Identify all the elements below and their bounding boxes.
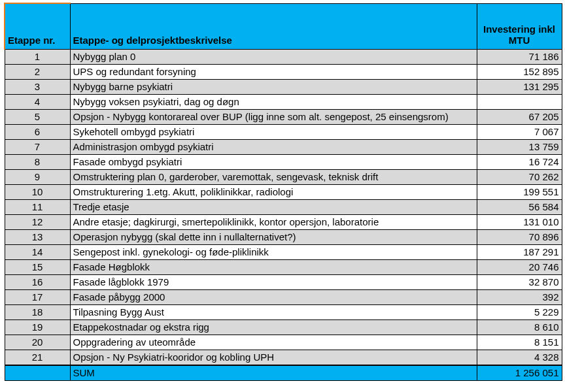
cell-etappe-nr: 15	[5, 259, 70, 274]
table-body: 1Nybygg plan 071 1862UPS og redundant fo…	[5, 49, 562, 380]
sum-label: SUM	[70, 365, 477, 381]
table-row: 12Andre etasje; dagkirurgi, smertepolikl…	[5, 214, 562, 229]
table-row: 14Sengepost inkl. gynekologi- og føde-pl…	[5, 244, 562, 259]
cell-beskrivelse: Tilpasning Bygg Aust	[70, 304, 477, 319]
header-beskrivelse: Etappe- og delprosjektbeskrivelse	[70, 3, 477, 49]
cell-investering: 67 205	[477, 109, 562, 124]
cell-investering: 7 067	[477, 124, 562, 139]
table-row: 1Nybygg plan 071 186	[5, 49, 562, 64]
cell-etappe-nr: 14	[5, 244, 70, 259]
cell-investering: 56 584	[477, 199, 562, 214]
table-row: 10Omstrukturering 1.etg. Akutt, poliklin…	[5, 184, 562, 199]
cell-etappe-nr: 10	[5, 184, 70, 199]
cell-investering: 131 295	[477, 79, 562, 94]
cell-etappe-nr: 9	[5, 169, 70, 184]
table-row: 19Etappekostnadar og ekstra rigg8 610	[5, 319, 562, 335]
table-row: 20Oppgradering av uteområde8 151	[5, 335, 562, 350]
table-row: 8Fasade ombygd psykiatri16 724	[5, 154, 562, 169]
cell-beskrivelse: Sykehotell ombygd psykiatri	[70, 124, 477, 139]
cell-investering: 199 551	[477, 184, 562, 199]
cell-beskrivelse: Operasjon nybygg (skal dette inn i nulla…	[70, 229, 477, 244]
cell-etappe-nr: 1	[5, 49, 70, 64]
cell-beskrivelse: Fasade Høgblokk	[70, 259, 477, 274]
cell-beskrivelse: Andre etasje; dagkirurgi, smertepoliklin…	[70, 214, 477, 229]
cell-investering: 70 896	[477, 229, 562, 244]
cell-etappe-nr: 19	[5, 319, 70, 335]
cell-etappe-nr: 5	[5, 109, 70, 124]
table-container: Etappe nr. Etappe- og delprosjektbeskriv…	[0, 0, 565, 385]
cell-beskrivelse: Fasade påbygg 2000	[70, 289, 477, 304]
cell-beskrivelse: Nybygg voksen psykiatri, dag og døgn	[70, 94, 477, 109]
cell-investering: 152 895	[477, 64, 562, 79]
table-row: 15Fasade Høgblokk20 746	[5, 259, 562, 274]
cell-investering: 187 291	[477, 244, 562, 259]
cell-beskrivelse: Sengepost inkl. gynekologi- og føde-plik…	[70, 244, 477, 259]
table-row: 11Tredje etasje56 584	[5, 199, 562, 214]
cell-etappe-nr: 18	[5, 304, 70, 319]
cell-beskrivelse: Tredje etasje	[70, 199, 477, 214]
cell-etappe-nr: 6	[5, 124, 70, 139]
table-row: 13Operasjon nybygg (skal dette inn i nul…	[5, 229, 562, 244]
cell-investering: 16 724	[477, 154, 562, 169]
cell-beskrivelse: UPS og redundant forsyning	[70, 64, 477, 79]
cell-beskrivelse: Opsjon - Ny Psykiatri-kooridor og koblin…	[70, 350, 477, 365]
cell-etappe-nr: 2	[5, 64, 70, 79]
cell-investering: 131 010	[477, 214, 562, 229]
cell-investering: 4 328	[477, 350, 562, 365]
cell-investering: 32 870	[477, 274, 562, 289]
cell-investering: 13 759	[477, 139, 562, 154]
cell-etappe-nr: 11	[5, 199, 70, 214]
table-row: 9Omstruktering plan 0, garderober, varem…	[5, 169, 562, 184]
cell-etappe-nr: 20	[5, 335, 70, 350]
project-table: Etappe nr. Etappe- og delprosjektbeskriv…	[4, 3, 562, 381]
cell-beskrivelse: Omstrukturering 1.etg. Akutt, poliklinik…	[70, 184, 477, 199]
table-row: 17Fasade påbygg 2000392	[5, 289, 562, 304]
cell-etappe-nr: 7	[5, 139, 70, 154]
cell-beskrivelse: Opsjon - Nybygg kontorareal over BUP (li…	[70, 109, 477, 124]
sum-blank	[5, 365, 70, 381]
cell-etappe-nr: 3	[5, 79, 70, 94]
cell-etappe-nr: 21	[5, 350, 70, 365]
cell-beskrivelse: Omstruktering plan 0, garderober, varemo…	[70, 169, 477, 184]
table-row: 5Opsjon - Nybygg kontorareal over BUP (l…	[5, 109, 562, 124]
table-row: 4Nybygg voksen psykiatri, dag og døgn	[5, 94, 562, 109]
cell-investering: 71 186	[477, 49, 562, 64]
cell-etappe-nr: 4	[5, 94, 70, 109]
cell-beskrivelse: Fasade ombygd psykiatri	[70, 154, 477, 169]
table-row: 3Nybygg barne psykiatri131 295	[5, 79, 562, 94]
cell-investering: 8 610	[477, 319, 562, 335]
cell-beskrivelse: Fasade lågblokk 1979	[70, 274, 477, 289]
cell-investering: 8 151	[477, 335, 562, 350]
cell-investering: 5 229	[477, 304, 562, 319]
header-row: Etappe nr. Etappe- og delprosjektbeskriv…	[5, 3, 562, 49]
sum-value: 1 256 051	[477, 365, 562, 381]
cell-etappe-nr: 12	[5, 214, 70, 229]
cell-investering: 20 746	[477, 259, 562, 274]
cell-etappe-nr: 17	[5, 289, 70, 304]
cell-investering	[477, 94, 562, 109]
table-row: 21Opsjon - Ny Psykiatri-kooridor og kobl…	[5, 350, 562, 365]
table-row: 16Fasade lågblokk 197932 870	[5, 274, 562, 289]
table-row: 2UPS og redundant forsyning152 895	[5, 64, 562, 79]
sum-row: SUM1 256 051	[5, 365, 562, 381]
table-row: 18Tilpasning Bygg Aust5 229	[5, 304, 562, 319]
header-investering: Investering inkl MTU	[477, 3, 562, 49]
cell-beskrivelse: Nybygg barne psykiatri	[70, 79, 477, 94]
cell-etappe-nr: 13	[5, 229, 70, 244]
cell-investering: 392	[477, 289, 562, 304]
cell-beskrivelse: Administrasjon ombygd psykiatri	[70, 139, 477, 154]
cell-etappe-nr: 16	[5, 274, 70, 289]
table-row: 6Sykehotell ombygd psykiatri7 067	[5, 124, 562, 139]
cell-beskrivelse: Etappekostnadar og ekstra rigg	[70, 319, 477, 335]
cell-investering: 70 262	[477, 169, 562, 184]
header-etappe-nr: Etappe nr.	[5, 3, 70, 49]
cell-beskrivelse: Oppgradering av uteområde	[70, 335, 477, 350]
table-row: 7Administrasjon ombygd psykiatri13 759	[5, 139, 562, 154]
cell-etappe-nr: 8	[5, 154, 70, 169]
cell-beskrivelse: Nybygg plan 0	[70, 49, 477, 64]
